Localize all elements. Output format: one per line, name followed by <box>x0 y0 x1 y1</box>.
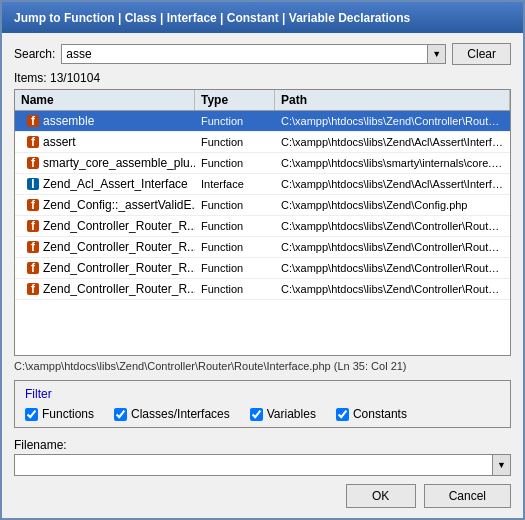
filter-title: Filter <box>25 387 500 401</box>
filter-label-2: Variables <box>267 407 316 421</box>
filter-label-1: Classes/Interfaces <box>131 407 230 421</box>
col-header-path: Path <box>275 90 510 110</box>
status-bar: C:\xampp\htdocs\libs\Zend\Controller\Rou… <box>14 356 511 376</box>
cell-path: C:\xampp\htdocs\libs\smarty\internals\co… <box>275 155 510 171</box>
table-row[interactable]: fZend_Controller_Router_R...FunctionC:\x… <box>15 258 510 279</box>
cell-path: C:\xampp\htdocs\libs\Zend\Controller\Rou… <box>275 113 510 129</box>
cell-path: C:\xampp\htdocs\libs\Zend\Acl\Assert\Int… <box>275 134 510 150</box>
cell-name: fsmarty_core_assemble_plu... <box>15 153 195 173</box>
cell-path: C:\xampp\htdocs\libs\Zend\Controller\Rou… <box>275 260 510 276</box>
filter-item-variables[interactable]: Variables <box>250 407 316 421</box>
search-input[interactable] <box>62 45 427 63</box>
search-dropdown-icon[interactable]: ▼ <box>427 45 445 63</box>
filter-item-constants[interactable]: Constants <box>336 407 407 421</box>
cell-type: Interface <box>195 176 275 192</box>
cell-name: fassemble <box>15 111 195 131</box>
table-row[interactable]: fZend_Controller_Router_R...FunctionC:\x… <box>15 237 510 258</box>
cell-name: fZend_Controller_Router_R... <box>15 237 195 257</box>
table-row[interactable]: fassertFunctionC:\xampp\htdocs\libs\Zend… <box>15 132 510 153</box>
cell-path: C:\xampp\htdocs\libs\Zend\Controller\Rou… <box>275 218 510 234</box>
function-icon: f <box>25 155 41 171</box>
cell-type: Function <box>195 218 275 234</box>
function-icon: f <box>25 281 41 297</box>
cell-path: C:\xampp\htdocs\libs\Zend\Controller\Rou… <box>275 239 510 255</box>
function-icon: f <box>25 134 41 150</box>
cell-type: Function <box>195 239 275 255</box>
search-label: Search: <box>14 47 55 61</box>
col-header-name: Name <box>15 90 195 110</box>
cancel-button[interactable]: Cancel <box>424 484 511 508</box>
cell-type: Function <box>195 281 275 297</box>
filter-checkbox-0[interactable] <box>25 408 38 421</box>
table-row[interactable]: fsmarty_core_assemble_plu...FunctionC:\x… <box>15 153 510 174</box>
results-table: Name Type Path fassembleFunctionC:\xampp… <box>14 89 511 356</box>
bottom-buttons: OK Cancel <box>14 484 511 508</box>
dialog-window: Jump to Function | Class | Interface | C… <box>0 0 525 520</box>
table-row[interactable]: fZend_Config::_assertValidE...FunctionC:… <box>15 195 510 216</box>
cell-path: C:\xampp\htdocs\libs\Zend\Acl\Assert\Int… <box>275 176 510 192</box>
cell-type: Function <box>195 134 275 150</box>
title-bar: Jump to Function | Class | Interface | C… <box>2 2 523 33</box>
cell-type: Function <box>195 260 275 276</box>
filename-label: Filename: <box>14 438 511 452</box>
cell-type: Function <box>195 197 275 213</box>
filter-checkbox-2[interactable] <box>250 408 263 421</box>
cell-path: C:\xampp\htdocs\libs\Zend\Config.php <box>275 197 510 213</box>
cell-name: IZend_Acl_Assert_Interface <box>15 174 195 194</box>
table-row[interactable]: fZend_Controller_Router_R...FunctionC:\x… <box>15 279 510 300</box>
filter-label-3: Constants <box>353 407 407 421</box>
col-header-type: Type <box>195 90 275 110</box>
function-icon: f <box>25 239 41 255</box>
filter-checkbox-3[interactable] <box>336 408 349 421</box>
function-icon: f <box>25 113 41 129</box>
filename-row: Filename: ▼ <box>14 438 511 476</box>
filter-item-functions[interactable]: Functions <box>25 407 94 421</box>
function-icon: f <box>25 197 41 213</box>
function-icon: f <box>25 260 41 276</box>
cell-name: fZend_Config::_assertValidE... <box>15 195 195 215</box>
filename-combo: ▼ <box>14 454 511 476</box>
cell-type: Function <box>195 155 275 171</box>
ok-button[interactable]: OK <box>346 484 416 508</box>
window-title: Jump to Function | Class | Interface | C… <box>14 11 410 25</box>
interface-icon: I <box>25 176 41 192</box>
cell-name: fassert <box>15 132 195 152</box>
filename-input[interactable] <box>15 455 492 475</box>
table-body: fassembleFunctionC:\xampp\htdocs\libs\Ze… <box>15 111 510 355</box>
cell-type: Function <box>195 113 275 129</box>
cell-name: fZend_Controller_Router_R... <box>15 279 195 299</box>
cell-name: fZend_Controller_Router_R... <box>15 258 195 278</box>
filter-checkbox-1[interactable] <box>114 408 127 421</box>
filter-item-classes-interfaces[interactable]: Classes/Interfaces <box>114 407 230 421</box>
filter-row: FunctionsClasses/InterfacesVariablesCons… <box>25 407 500 421</box>
filter-label-0: Functions <box>42 407 94 421</box>
table-row[interactable]: fassembleFunctionC:\xampp\htdocs\libs\Ze… <box>15 111 510 132</box>
filename-dropdown-icon[interactable]: ▼ <box>492 455 510 475</box>
cell-name: fZend_Controller_Router_R... <box>15 216 195 236</box>
table-header: Name Type Path <box>15 90 510 111</box>
table-row[interactable]: IZend_Acl_Assert_InterfaceInterfaceC:\xa… <box>15 174 510 195</box>
function-icon: f <box>25 218 41 234</box>
table-row[interactable]: fZend_Controller_Router_R...FunctionC:\x… <box>15 216 510 237</box>
search-combo: ▼ <box>61 44 446 64</box>
items-count: Items: 13/10104 <box>14 71 511 85</box>
cell-path: C:\xampp\htdocs\libs\Zend\Controller\Rou… <box>275 281 510 297</box>
filter-box: Filter FunctionsClasses/InterfacesVariab… <box>14 380 511 428</box>
clear-button[interactable]: Clear <box>452 43 511 65</box>
svg-text:I: I <box>31 177 34 191</box>
